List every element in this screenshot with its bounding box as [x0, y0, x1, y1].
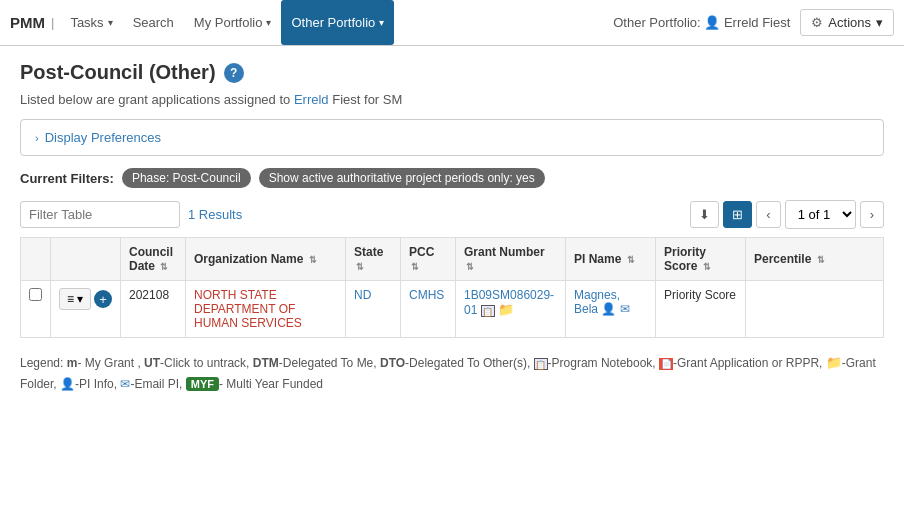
th-checkbox — [21, 238, 51, 281]
download-button[interactable]: ⬇ — [690, 201, 719, 228]
nav-item-search[interactable]: Search — [123, 0, 184, 45]
filter-tag-phase[interactable]: Phase: Post-Council — [122, 168, 251, 188]
program-notebook-icon[interactable]: 📋 — [481, 305, 495, 317]
row-menu-icon: ≡ — [67, 292, 74, 306]
nav-item-other-portfolio[interactable]: Other Portfolio ▾ — [281, 0, 394, 45]
prev-icon: ‹ — [766, 207, 770, 222]
actions-button[interactable]: ⚙ Actions ▾ — [800, 9, 894, 36]
nav-brand: PMM — [10, 14, 45, 31]
legend-grant-folder-icon: 📁 — [826, 355, 842, 370]
pcc-sort-icon[interactable]: ⇅ — [411, 262, 419, 272]
percentile-sort-icon[interactable]: ⇅ — [817, 255, 825, 265]
th-council-date: Council Date ⇅ — [121, 238, 186, 281]
grid-icon: ⊞ — [732, 207, 743, 222]
nav-user-label: Other Portfolio: 👤 Erreld Fiest — [613, 15, 790, 30]
gear-icon: ⚙ — [811, 15, 823, 30]
my-portfolio-caret-icon: ▾ — [266, 17, 271, 28]
legend-grant-app-icon: 📄 — [659, 358, 673, 370]
nav-divider: | — [51, 15, 54, 30]
display-prefs-panel: › Display Preferences — [20, 119, 884, 156]
th-priority-score: Priority Score ⇅ — [656, 238, 746, 281]
grid-view-button[interactable]: ⊞ — [723, 201, 752, 228]
legend-label: Legend: — [20, 356, 63, 370]
display-prefs-chevron-icon: › — [35, 132, 39, 144]
legend-email-pi-icon: ✉ — [120, 377, 130, 391]
help-icon[interactable]: ? — [224, 63, 244, 83]
filters-label: Current Filters: — [20, 171, 114, 186]
org-name-sort-icon[interactable]: ⇅ — [309, 255, 317, 265]
row-state: ND — [346, 281, 401, 338]
grant-sort-icon[interactable]: ⇅ — [466, 262, 474, 272]
prev-page-button[interactable]: ‹ — [756, 201, 780, 228]
legend: Legend: m- My Grant , UT-Click to untrac… — [20, 352, 884, 394]
tasks-caret-icon: ▾ — [108, 17, 113, 28]
pi-info-icon[interactable]: 👤 — [601, 302, 616, 316]
row-priority-score: Priority Score — [656, 281, 746, 338]
row-pcc: CMHS — [401, 281, 456, 338]
pcc-link[interactable]: CMHS — [409, 288, 444, 302]
filters-row: Current Filters: Phase: Post-Council Sho… — [20, 168, 884, 188]
row-pi-name: Magnes, Bela 👤 ✉ — [566, 281, 656, 338]
legend-program-notebook-icon: 📋 — [534, 358, 548, 370]
toolbar-right: ⬇ ⊞ ‹ 1 of 1 › — [690, 200, 884, 229]
row-checkbox-cell — [21, 281, 51, 338]
th-menu — [51, 238, 121, 281]
row-menu-button[interactable]: ≡ ▾ — [59, 288, 91, 310]
state-link[interactable]: ND — [354, 288, 371, 302]
th-pi-name: PI Name ⇅ — [566, 238, 656, 281]
next-icon: › — [870, 207, 874, 222]
display-prefs-header[interactable]: › Display Preferences — [21, 120, 883, 155]
top-nav: PMM | Tasks ▾ Search My Portfolio ▾ Othe… — [0, 0, 904, 46]
subtitle-user-link[interactable]: Erreld — [294, 92, 329, 107]
nav-right: Other Portfolio: 👤 Erreld Fiest ⚙ Action… — [613, 9, 894, 36]
row-org-name: NORTH STATE DEPARTMENT OF HUMAN SERVICES — [186, 281, 346, 338]
user-icon: 👤 — [704, 15, 724, 30]
row-percentile — [746, 281, 884, 338]
grant-table: Council Date ⇅ Organization Name ⇅ State… — [20, 237, 884, 338]
row-menu-cell: ≡ ▾ + — [51, 281, 121, 338]
row-checkbox[interactable] — [29, 288, 42, 301]
row-council-date: 202108 — [121, 281, 186, 338]
page-title-row: Post-Council (Other) ? — [20, 61, 884, 84]
th-grant-number: Grant Number ⇅ — [456, 238, 566, 281]
priority-sort-icon[interactable]: ⇅ — [703, 262, 711, 272]
other-portfolio-caret-icon: ▾ — [379, 17, 384, 28]
filter-tag-active[interactable]: Show active authoritative project period… — [259, 168, 545, 188]
row-menu-caret-icon: ▾ — [77, 292, 83, 306]
state-sort-icon[interactable]: ⇅ — [356, 262, 364, 272]
th-percentile: Percentile ⇅ — [746, 238, 884, 281]
legend-dtm: DTM — [253, 356, 279, 370]
table-row: ≡ ▾ + 202108 NORTH STATE DEPARTMENT OF H… — [21, 281, 884, 338]
legend-m: m — [67, 356, 78, 370]
filter-table-input[interactable] — [20, 201, 180, 228]
nav-item-my-portfolio[interactable]: My Portfolio ▾ — [184, 0, 282, 45]
legend-pi-info-icon: 👤 — [60, 377, 75, 391]
page-title: Post-Council (Other) — [20, 61, 216, 84]
legend-ut: UT — [144, 356, 160, 370]
table-toolbar: 1 Results ⬇ ⊞ ‹ 1 of 1 › — [20, 200, 884, 229]
toolbar-left: 1 Results — [20, 201, 242, 228]
results-count: 1 Results — [188, 207, 242, 222]
table-header-row: Council Date ⇅ Organization Name ⇅ State… — [21, 238, 884, 281]
display-prefs-label: Display Preferences — [45, 130, 161, 145]
grant-folder-icon[interactable]: 📁 — [498, 302, 514, 317]
pi-sort-icon[interactable]: ⇅ — [627, 255, 635, 265]
download-icon: ⬇ — [699, 207, 710, 222]
nav-item-tasks[interactable]: Tasks ▾ — [60, 0, 122, 45]
th-state: State ⇅ — [346, 238, 401, 281]
legend-dto: DTO — [380, 356, 405, 370]
actions-caret-icon: ▾ — [876, 15, 883, 30]
email-pi-icon[interactable]: ✉ — [620, 302, 630, 316]
add-row-button[interactable]: + — [94, 290, 112, 308]
legend-myf-badge: MYF — [186, 377, 219, 391]
council-date-sort-icon[interactable]: ⇅ — [160, 262, 168, 272]
main-content: Post-Council (Other) ? Listed below are … — [0, 46, 904, 409]
th-org-name: Organization Name ⇅ — [186, 238, 346, 281]
next-page-button[interactable]: › — [860, 201, 884, 228]
th-pcc: PCC ⇅ — [401, 238, 456, 281]
page-select[interactable]: 1 of 1 — [785, 200, 856, 229]
subtitle: Listed below are grant applications assi… — [20, 92, 884, 107]
row-grant-number: 1B09SM086029-01 📋 📁 — [456, 281, 566, 338]
